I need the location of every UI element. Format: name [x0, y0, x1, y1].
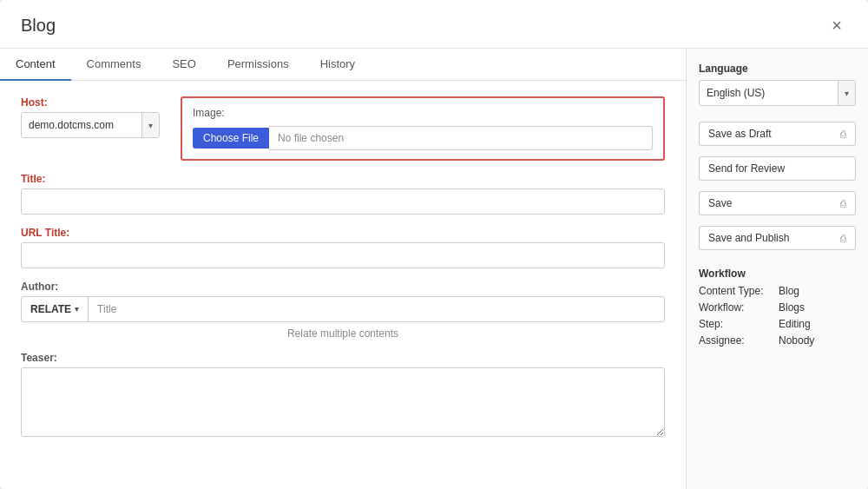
save-and-publish-button[interactable]: Save and Publish ⎙	[699, 226, 856, 250]
step-val: Editing	[779, 318, 811, 330]
workflow-val: Blogs	[779, 301, 805, 314]
file-name-display: No file chosen	[269, 126, 653, 150]
author-row: RELATE ▾ Title	[21, 296, 665, 322]
assignee-val: Nobody	[779, 334, 814, 347]
teaser-label: Teaser:	[21, 352, 665, 364]
relate-arrow-icon: ▾	[75, 305, 79, 314]
content-type-key: Content Type:	[699, 285, 775, 297]
tab-permissions[interactable]: Permissions	[212, 49, 305, 81]
close-button[interactable]: ×	[826, 14, 847, 37]
workflow-section: Workflow Content Type: Blog Workflow: Bl…	[699, 268, 856, 351]
save-as-draft-button[interactable]: Save as Draft ⎙	[699, 122, 856, 146]
sidebar: Language English (US) ▾ Save as Draft ⎙ …	[686, 49, 868, 489]
url-title-group: URL Title:	[21, 227, 665, 268]
choose-file-button[interactable]: Choose File	[193, 128, 269, 149]
language-dropdown-button[interactable]: ▾	[838, 81, 855, 105]
workflow-content-type-row: Content Type: Blog	[699, 285, 856, 297]
step-key: Step:	[699, 318, 775, 330]
assignee-row: Assignee: Nobody	[699, 334, 856, 347]
relate-multiple-link[interactable]: Relate multiple contents	[21, 327, 665, 340]
modal-body: Content Comments SEO Permissions History	[0, 49, 868, 489]
workflow-section-title: Workflow	[699, 268, 856, 280]
content-type-val: Blog	[779, 285, 799, 297]
url-title-label: URL Title:	[21, 227, 665, 239]
workflow-key: Workflow:	[699, 301, 775, 314]
title-label: Title:	[21, 173, 665, 185]
image-section: Image: Choose File No file chosen	[181, 96, 665, 161]
title-group: Title:	[21, 173, 665, 215]
form-area: Host: demo.dotcms.com ▾ Image: Choose Fi…	[0, 81, 686, 489]
author-label: Author:	[21, 281, 665, 293]
modal-title: Blog	[21, 16, 56, 36]
save-draft-icon: ⎙	[840, 129, 846, 139]
tab-comments[interactable]: Comments	[71, 49, 157, 81]
image-row: Choose File No file chosen	[193, 126, 653, 150]
publish-icon: ⎙	[840, 233, 846, 243]
tab-content[interactable]: Content	[0, 49, 71, 81]
form-row-host-image: Host: demo.dotcms.com ▾ Image: Choose Fi…	[21, 96, 665, 161]
blog-modal: Blog × Content Comments SEO Permissions	[0, 0, 868, 489]
relate-button[interactable]: RELATE ▾	[22, 297, 89, 321]
save-icon: ⎙	[840, 198, 846, 208]
save-button[interactable]: Save ⎙	[699, 191, 856, 215]
teaser-group: Teaser:	[21, 352, 665, 437]
language-value: English (US)	[700, 87, 838, 99]
language-section-title: Language	[699, 63, 856, 75]
workflow-row: Workflow: Blogs	[699, 301, 856, 314]
host-group: Host: demo.dotcms.com ▾	[21, 96, 160, 161]
image-label: Image:	[193, 107, 653, 119]
host-label: Host:	[21, 96, 160, 109]
host-select-wrap: demo.dotcms.com ▾	[21, 112, 160, 138]
assignee-key: Assignee:	[699, 334, 775, 347]
modal-header: Blog ×	[0, 0, 868, 49]
send-for-review-button[interactable]: Send for Review	[699, 156, 856, 181]
title-input[interactable]	[21, 188, 665, 215]
main-content: Content Comments SEO Permissions History	[0, 49, 686, 489]
language-section: Language English (US) ▾	[699, 63, 856, 115]
language-select-wrap: English (US) ▾	[699, 80, 856, 106]
author-title-col: Title	[89, 303, 125, 315]
host-value: demo.dotcms.com	[22, 119, 141, 131]
tab-seo[interactable]: SEO	[156, 49, 211, 81]
author-group: Author: RELATE ▾ Title	[21, 281, 665, 322]
step-row: Step: Editing	[699, 318, 856, 330]
teaser-input[interactable]	[21, 367, 665, 437]
image-group: Image: Choose File No file chosen	[181, 96, 665, 161]
host-dropdown-button[interactable]: ▾	[141, 113, 159, 137]
tabs-bar: Content Comments SEO Permissions History	[0, 49, 686, 81]
url-title-input[interactable]	[21, 242, 665, 268]
tab-history[interactable]: History	[305, 49, 371, 81]
